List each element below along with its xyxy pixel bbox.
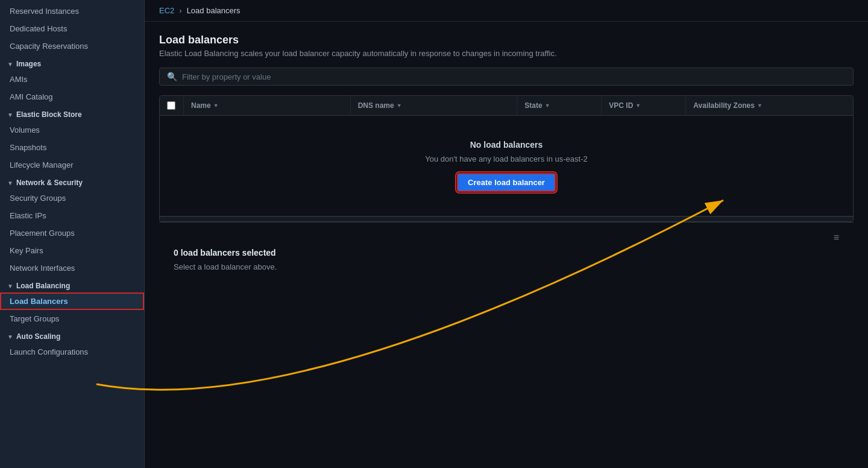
sidebar-item-dedicated-hosts[interactable]: Dedicated Hosts (0, 20, 144, 37)
panel-icon-row: ≡ (174, 232, 839, 243)
breadcrumb-ec2-link[interactable]: EC2 (159, 6, 174, 15)
sidebar-item-key-pairs[interactable]: Key Pairs (0, 242, 144, 259)
select-hint-label: Select a load balancer above. (174, 262, 839, 271)
page-content: Load balancers Elastic Load Balancing sc… (145, 22, 868, 468)
collapse-arrow-network: ▼ (7, 180, 13, 186)
sort-arrow-vpc: ▼ (635, 103, 641, 109)
sidebar-section-images[interactable]: ▼ Images (0, 55, 144, 71)
panel-expand-icon[interactable]: ≡ (834, 232, 839, 243)
bottom-panel: ≡ 0 load balancers selected Select a loa… (159, 222, 854, 281)
select-all-checkbox[interactable] (167, 101, 175, 110)
sidebar-item-launch-configurations[interactable]: Launch Configurations (0, 343, 144, 361)
collapse-arrow-lb: ▼ (7, 283, 13, 289)
sidebar-item-snapshots[interactable]: Snapshots (0, 139, 144, 156)
sidebar-item-lifecycle-manager[interactable]: Lifecycle Manager (0, 156, 144, 174)
sidebar-item-capacity-reservations[interactable]: Capacity Reservations (0, 37, 144, 55)
collapse-arrow-ebs: ▼ (7, 112, 13, 118)
create-load-balancer-button[interactable]: Create load balancer (457, 173, 556, 192)
sidebar-section-network-security[interactable]: ▼ Network & Security (0, 174, 144, 189)
sort-arrow-dns: ▼ (397, 103, 402, 109)
sidebar-item-elastic-ips[interactable]: Elastic IPs (0, 207, 144, 224)
sidebar-item-reserved-instances[interactable]: Reserved Instances (0, 2, 144, 20)
search-icon: 🔍 (167, 72, 177, 81)
main-content: EC2 › Load balancers Load balancers Elas… (145, 0, 868, 468)
th-dns-name[interactable]: DNS name ▼ (351, 96, 518, 115)
sidebar-item-placement-groups[interactable]: Placement Groups (0, 224, 144, 242)
sidebar-item-amis[interactable]: AMIs (0, 71, 144, 88)
selected-count-label: 0 load balancers selected (174, 248, 839, 258)
collapse-arrow-images: ▼ (7, 61, 13, 68)
sidebar: Reserved Instances Dedicated Hosts Capac… (0, 0, 145, 468)
sidebar-item-load-balancers[interactable]: Load Balancers (0, 292, 144, 310)
th-availability-zones[interactable]: Availability Zones ▼ (686, 96, 853, 115)
th-vpc-id[interactable]: VPC ID ▼ (602, 96, 686, 115)
sidebar-item-security-groups[interactable]: Security Groups (0, 189, 144, 207)
filter-bar: 🔍 (159, 68, 854, 86)
breadcrumb: EC2 › Load balancers (145, 0, 868, 22)
th-state[interactable]: State ▼ (517, 96, 602, 115)
breadcrumb-current-page: Load balancers (187, 6, 241, 15)
filter-input[interactable] (182, 72, 846, 81)
sort-arrow-name: ▼ (213, 103, 219, 109)
select-all-checkbox-cell (160, 96, 184, 115)
table-header-row: Name ▼ DNS name ▼ State ▼ VPC ID ▼ Avail… (160, 96, 853, 116)
load-balancers-table: Name ▼ DNS name ▼ State ▼ VPC ID ▼ Avail… (159, 95, 854, 222)
page-title: Load balancers (159, 34, 854, 46)
empty-state-title: No load balancers (174, 140, 838, 150)
th-name[interactable]: Name ▼ (184, 96, 351, 115)
empty-state-description: You don't have any load balancers in us-… (174, 154, 838, 163)
sidebar-item-target-groups[interactable]: Target Groups (0, 310, 144, 327)
page-description: Elastic Load Balancing scales your load … (159, 49, 854, 58)
sidebar-item-volumes[interactable]: Volumes (0, 121, 144, 139)
breadcrumb-separator: › (179, 6, 181, 15)
collapse-arrow-autoscaling: ▼ (7, 334, 13, 340)
sidebar-item-ami-catalog[interactable]: AMI Catalog (0, 88, 144, 106)
sort-arrow-az: ▼ (757, 103, 763, 109)
sidebar-section-auto-scaling[interactable]: ▼ Auto Scaling (0, 327, 144, 343)
sidebar-section-ebs[interactable]: ▼ Elastic Block Store (0, 106, 144, 121)
table-scrollbar (160, 217, 853, 221)
sort-arrow-state: ▼ (545, 103, 550, 109)
sidebar-section-load-balancing[interactable]: ▼ Load Balancing (0, 277, 144, 292)
sidebar-item-network-interfaces[interactable]: Network Interfaces (0, 259, 144, 277)
empty-state: No load balancers You don't have any loa… (160, 116, 853, 217)
